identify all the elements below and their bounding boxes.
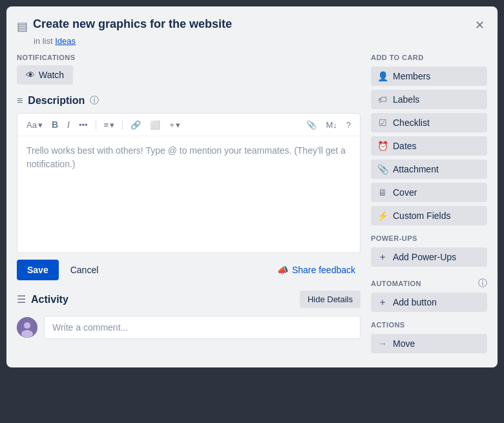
watch-label: Watch xyxy=(39,70,64,80)
link-button[interactable]: 🔗 xyxy=(127,118,145,132)
notifications-section: Notifications 👁 Watch xyxy=(17,54,361,85)
attachment-icon: 📎 xyxy=(377,164,388,174)
attachment-button[interactable]: 📎 Attachment xyxy=(371,160,487,179)
actions-label: Actions xyxy=(371,321,487,329)
automation-header: Automation ⓘ xyxy=(371,271,487,293)
list-chevron-icon: ▾ xyxy=(110,120,114,130)
toolbar-separator-1 xyxy=(96,119,96,130)
markdown-button[interactable]: M↓ xyxy=(322,118,341,132)
modal-header: ▤ Create new graphics for the website ✕ xyxy=(17,17,487,34)
save-button[interactable]: Save xyxy=(17,260,59,280)
right-panel: Add to card 👤 Members 🏷 Labels ☑ Checkli… xyxy=(371,54,487,357)
add-power-ups-label: Add Power-Ups xyxy=(393,252,456,262)
cover-label: Cover xyxy=(393,187,417,198)
list-link[interactable]: Ideas xyxy=(55,36,76,46)
watch-button[interactable]: 👁 Watch xyxy=(17,65,73,85)
editor-body[interactable]: Trello works best with others! Type @ to… xyxy=(17,136,360,253)
automation-info-icon[interactable]: ⓘ xyxy=(478,278,487,289)
automation-label: Automation xyxy=(371,280,421,287)
activity-title-area: ☰ Activity xyxy=(17,293,68,305)
modal-subtitle: in list Ideas xyxy=(34,36,487,46)
custom-fields-label: Custom Fields xyxy=(393,211,450,221)
members-icon: 👤 xyxy=(377,71,388,81)
svg-point-2 xyxy=(21,330,33,338)
font-button[interactable]: Aa ▾ xyxy=(23,118,47,132)
dates-icon: ⏰ xyxy=(377,141,388,151)
modal-title-area: ▤ Create new graphics for the website xyxy=(17,17,472,34)
eye-icon: 👁 xyxy=(26,70,35,80)
attachment-label: Attachment xyxy=(393,164,439,174)
main-content: Notifications 👁 Watch ≡ Description ⓘ xyxy=(17,54,487,357)
megaphone-icon: 📣 xyxy=(277,265,288,275)
members-label: Members xyxy=(393,71,430,81)
modal: ▤ Create new graphics for the website ✕ … xyxy=(6,6,498,367)
insert-button[interactable]: + ▾ xyxy=(165,118,184,132)
image-button[interactable]: ⬜ xyxy=(146,118,164,132)
add-to-card-label: Add to card xyxy=(371,54,487,61)
move-button[interactable]: → Move xyxy=(371,334,487,353)
help-button[interactable]: ? xyxy=(342,118,355,132)
dates-label: Dates xyxy=(393,141,417,151)
feedback-button[interactable]: 📣 Share feedback xyxy=(272,261,361,279)
dates-button[interactable]: ⏰ Dates xyxy=(371,136,487,156)
description-icon: ≡ xyxy=(17,95,23,107)
activity-header: ☰ Activity Hide Details xyxy=(17,291,361,308)
list-button[interactable]: ≡ ▾ xyxy=(100,118,119,132)
comment-area: Write a comment... xyxy=(17,316,361,339)
modal-overlay: ▤ Create new graphics for the website ✕ … xyxy=(0,0,504,423)
editor-actions: Save Cancel 📣 Share feedback xyxy=(17,260,361,280)
cover-button[interactable]: 🖥 Cover xyxy=(371,183,487,202)
info-icon[interactable]: ⓘ xyxy=(90,95,99,107)
description-title: Description xyxy=(28,95,85,107)
add-button-icon: + xyxy=(377,297,388,307)
add-power-ups-button[interactable]: + Add Power-Ups xyxy=(371,247,487,267)
svg-point-1 xyxy=(24,322,30,329)
move-icon: → xyxy=(377,338,388,349)
insert-chevron-icon: ▾ xyxy=(176,120,180,130)
chevron-down-icon: ▾ xyxy=(38,120,43,130)
avatar xyxy=(17,317,37,338)
editor-container: Aa ▾ B I ••• ≡ ▾ 🔗 ⬜ xyxy=(17,113,361,253)
checklist-button[interactable]: ☑ Checklist xyxy=(371,113,487,132)
feedback-label: Share feedback xyxy=(292,265,355,275)
plus-icon: + xyxy=(377,252,388,262)
card-icon: ▤ xyxy=(17,19,28,34)
more-button[interactable]: ••• xyxy=(75,118,92,132)
close-button[interactable]: ✕ xyxy=(472,17,487,34)
notifications-label: Notifications xyxy=(17,54,361,61)
editor-toolbar: Aa ▾ B I ••• ≡ ▾ 🔗 ⬜ xyxy=(17,114,360,136)
activity-icon: ☰ xyxy=(17,293,26,305)
hide-details-button[interactable]: Hide Details xyxy=(300,291,361,308)
italic-button[interactable]: I xyxy=(63,118,74,132)
labels-icon: 🏷 xyxy=(377,94,388,105)
activity-title: Activity xyxy=(31,294,68,305)
avatar-image xyxy=(17,317,37,338)
add-button-button[interactable]: + Add button xyxy=(371,293,487,312)
labels-label: Labels xyxy=(393,94,419,105)
toolbar-separator-2 xyxy=(122,119,123,130)
custom-fields-icon: ⚡ xyxy=(377,211,388,221)
toolbar-right: 📎 M↓ ? xyxy=(302,118,355,132)
bold-button[interactable]: B xyxy=(48,118,62,132)
power-ups-label: Power-Ups xyxy=(371,234,487,242)
members-button[interactable]: 👤 Members xyxy=(371,67,487,86)
custom-fields-button[interactable]: ⚡ Custom Fields xyxy=(371,206,487,225)
cancel-button[interactable]: Cancel xyxy=(64,260,105,280)
description-header: ≡ Description ⓘ xyxy=(17,95,361,107)
left-panel: Notifications 👁 Watch ≡ Description ⓘ xyxy=(17,54,361,357)
checklist-icon: ☑ xyxy=(377,118,388,128)
modal-title: Create new graphics for the website xyxy=(33,17,232,32)
comment-input[interactable]: Write a comment... xyxy=(44,316,361,339)
checklist-label: Checklist xyxy=(393,118,430,128)
cover-icon: 🖥 xyxy=(377,187,388,198)
add-button-label: Add button xyxy=(393,297,437,307)
attach-toolbar-button[interactable]: 📎 xyxy=(302,118,320,132)
labels-button[interactable]: 🏷 Labels xyxy=(371,90,487,109)
move-label: Move xyxy=(393,338,415,349)
